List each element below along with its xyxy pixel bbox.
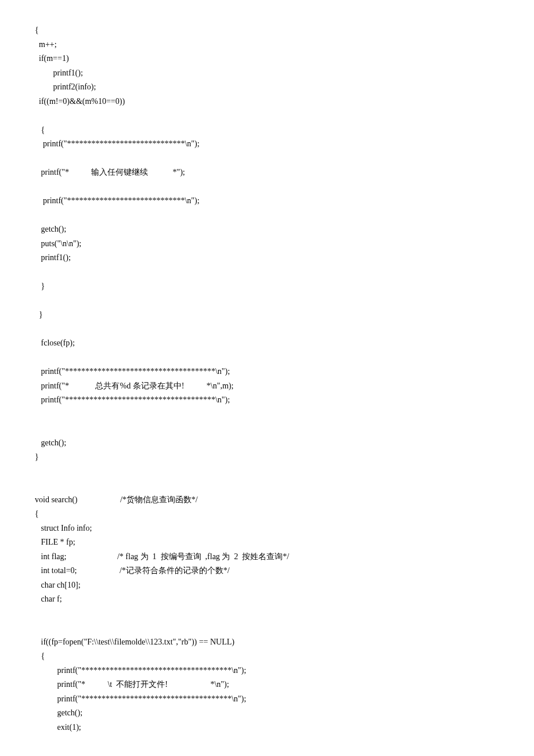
code-line: printf("* 总共有%d 条记录在其中! *\n",m);	[35, 379, 499, 394]
code-line: fclose(fp);	[35, 336, 499, 351]
code-line: printf("*****************************\n"…	[35, 137, 499, 152]
code-line	[35, 208, 499, 223]
code-line: if(m==1)	[35, 52, 499, 66]
code-line: printf("********************************…	[35, 393, 499, 408]
code-line	[35, 422, 499, 436]
code-line: {	[35, 123, 499, 138]
code-line: printf("* 输入任何键继续 *");	[35, 165, 499, 180]
code-line: FILE * fp;	[35, 535, 499, 550]
code-line: m++;	[35, 38, 499, 52]
code-line: int flag; /* flag 为 1 按编号查询 ,flag 为 2 按姓…	[35, 550, 499, 564]
code-line	[35, 478, 499, 493]
code-line	[35, 322, 499, 337]
code-line	[35, 152, 499, 166]
code-line: }	[35, 279, 499, 294]
code-line: puts("\n\n");	[35, 237, 499, 251]
code-line: char f;	[35, 592, 499, 607]
code-block: { m++; if(m==1) printf1(); printf2(info)…	[35, 23, 499, 735]
code-line: getch();	[35, 436, 499, 451]
code-line: printf("********************************…	[35, 664, 499, 678]
code-line: printf2(info);	[35, 80, 499, 95]
code-line: printf("********************************…	[35, 365, 499, 379]
code-line	[35, 351, 499, 365]
code-line: {	[35, 507, 499, 521]
code-line	[35, 294, 499, 308]
code-line	[35, 180, 499, 195]
code-line: }	[35, 308, 499, 322]
code-line: printf("* \t 不能打开文件! *\n");	[35, 678, 499, 692]
code-line: struct Info info;	[35, 521, 499, 536]
code-line: getch();	[35, 706, 499, 721]
code-line	[35, 607, 499, 621]
code-line: int total=0; /*记录符合条件的记录的个数*/	[35, 564, 499, 578]
code-line: printf("*****************************\n"…	[35, 194, 499, 208]
code-line: if((m!=0)&&(m%10==0))	[35, 95, 499, 109]
code-line: }	[35, 450, 499, 465]
code-line: printf1();	[35, 66, 499, 81]
code-line: exit(1);	[35, 721, 499, 735]
code-line: void search() /*货物信息查询函数*/	[35, 493, 499, 507]
code-line	[35, 465, 499, 479]
code-line: if((fp=fopen("F:\\test\\filemolde\\123.t…	[35, 635, 499, 650]
code-line	[35, 109, 499, 123]
code-line: {	[35, 649, 499, 664]
code-line: printf1();	[35, 251, 499, 265]
code-line: char ch[10];	[35, 578, 499, 593]
code-line: printf("********************************…	[35, 692, 499, 707]
code-line: getch();	[35, 222, 499, 237]
code-document: { m++; if(m==1) printf1(); printf2(info)…	[0, 0, 534, 756]
code-line: {	[35, 23, 499, 38]
code-line	[35, 408, 499, 422]
code-line	[35, 621, 499, 635]
code-line	[35, 265, 499, 280]
